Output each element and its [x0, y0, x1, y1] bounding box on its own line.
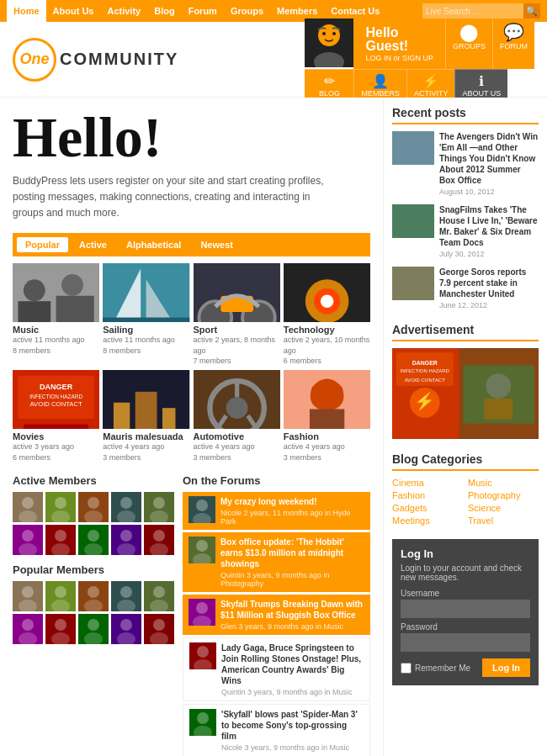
- blog-category[interactable]: Science: [468, 503, 539, 513]
- remember-me[interactable]: Remember Me: [401, 663, 470, 674]
- blog-category[interactable]: Music: [468, 478, 539, 488]
- blog-category[interactable]: Gadgets: [392, 503, 463, 513]
- forum-icon-cell[interactable]: 💬 FORUM: [492, 19, 534, 69]
- members-icon-cell[interactable]: 👤 MEMBERS: [353, 69, 406, 101]
- recent-post[interactable]: SnagFilms Takes 'The House I Live In,' '…: [392, 204, 539, 258]
- password-label: Password: [401, 622, 530, 632]
- avatar-thumb[interactable]: [78, 492, 109, 522]
- forum-post[interactable]: 'Skyfall' blows past 'Spider-Man 3' to b…: [183, 704, 370, 756]
- avatar-thumb[interactable]: [111, 581, 141, 611]
- avatar-thumb[interactable]: [111, 492, 141, 522]
- group-card[interactable]: DANGERINFECTION HAZARDAVOID CONTACTBE VI…: [13, 370, 99, 463]
- tab-alphabetical[interactable]: Alphabetical: [118, 237, 189, 252]
- svg-rect-30: [114, 403, 130, 429]
- group-card[interactable]: Sailing active 11 months ago8 members: [103, 263, 189, 367]
- password-input[interactable]: [401, 633, 530, 652]
- svg-point-21: [321, 295, 333, 308]
- forum-post[interactable]: Lady Gaga, Bruce Springsteen to Join Rol…: [183, 637, 370, 701]
- avatar-thumb[interactable]: [144, 492, 174, 522]
- forum-post[interactable]: My crazy long weekend! Nicole 2 years, 1…: [183, 492, 370, 530]
- svg-point-36: [226, 397, 247, 419]
- groups-icon-cell[interactable]: ⬤ GROUPS: [445, 19, 492, 69]
- login-footer: Remember Me Log In: [401, 658, 530, 677]
- group-card[interactable]: Automotive active 4 years ago3 members: [194, 370, 280, 463]
- logo-community-text: Community: [60, 50, 178, 69]
- tab-active[interactable]: Active: [71, 237, 115, 252]
- nav-item-blog[interactable]: Blog: [147, 0, 181, 22]
- recent-posts-section: Recent posts The Avengers Didn't Win 'Em…: [392, 106, 539, 309]
- nav-item-home[interactable]: Home: [7, 0, 46, 22]
- recent-post[interactable]: The Avengers Didn't Win 'Em All —and Oth…: [392, 131, 539, 196]
- avatar-thumb[interactable]: [45, 492, 76, 522]
- avatar-thumb[interactable]: [13, 525, 43, 555]
- avatar-thumb[interactable]: [78, 525, 109, 555]
- avatar-thumb[interactable]: [45, 581, 76, 611]
- blog-category[interactable]: Photography: [468, 490, 539, 500]
- svg-rect-119: [392, 204, 434, 238]
- svg-rect-9: [56, 296, 94, 322]
- tab-newest[interactable]: Newest: [192, 237, 242, 252]
- group-card[interactable]: Mauris malesuada active 4 years ago3 mem…: [103, 370, 189, 463]
- ad-image: DANGER INFECTION HAZARD AVOID CONTACT ⚡: [392, 348, 539, 439]
- svg-point-59: [22, 530, 34, 542]
- group-card[interactable]: Fashion active 4 years ago3 members: [284, 370, 370, 463]
- nav-item-activity[interactable]: Activity: [100, 0, 147, 22]
- svg-point-3: [322, 32, 326, 35]
- blog-category[interactable]: Fashion: [392, 490, 463, 500]
- avatar-thumb[interactable]: [144, 525, 174, 555]
- avatar-thumb[interactable]: [45, 614, 76, 644]
- blog-category[interactable]: Meetings: [392, 515, 463, 526]
- forum-post[interactable]: Box office update: 'The Hobbit' earns $1…: [183, 532, 370, 592]
- avatar-thumb[interactable]: [13, 581, 43, 611]
- hero-hello-box[interactable]: Hello Guest! LOG IN or SIGN UP: [353, 19, 445, 69]
- svg-rect-131: [484, 399, 512, 420]
- svg-point-83: [120, 586, 132, 598]
- group-card[interactable]: Sport active 2 years, 8 months ago7 memb…: [194, 263, 280, 367]
- sidebar: Recent posts The Avengers Didn't Win 'Em…: [383, 98, 547, 756]
- username-input[interactable]: [401, 600, 530, 618]
- avatar-thumb[interactable]: [13, 492, 43, 522]
- login-desc: Login to your account and check new mess…: [401, 563, 530, 582]
- login-box: Log In Login to your account and check n…: [392, 539, 539, 685]
- activity-icon-cell[interactable]: ⚡ ACTIVITY: [406, 69, 455, 101]
- svg-point-130: [486, 373, 511, 399]
- group-card[interactable]: Technology active 2 years, 10 months ago…: [284, 263, 370, 367]
- advertisement-section: Advertisement DANGER INFECTION HAZARD AV…: [392, 323, 539, 439]
- search-input[interactable]: [422, 3, 523, 19]
- nav-item-about-us[interactable]: About Us: [46, 0, 101, 22]
- avatar-thumb[interactable]: [45, 525, 76, 555]
- login-prompt[interactable]: LOG IN or SIGN UP: [365, 54, 433, 62]
- login-button[interactable]: Log In: [482, 658, 530, 677]
- svg-text:AVOID CONTACT: AVOID CONTACT: [29, 400, 82, 408]
- svg-point-68: [120, 530, 132, 542]
- recent-post[interactable]: George Soros reports 7.9 percent stake i…: [392, 267, 539, 309]
- avatar-thumb[interactable]: [78, 581, 109, 611]
- avatar-thumb[interactable]: [144, 614, 174, 644]
- svg-rect-42: [310, 409, 344, 429]
- nav-item-groups[interactable]: Groups: [224, 0, 270, 22]
- avatar-thumb[interactable]: [13, 614, 43, 644]
- avatar-thumb[interactable]: [111, 614, 141, 644]
- search-button[interactable]: 🔍: [523, 3, 540, 19]
- hello-desc: BuddyPress lets users register on your s…: [13, 173, 341, 222]
- active-members: Active Members Popular Members: [13, 474, 174, 756]
- group-card[interactable]: Music active 11 months ago8 members: [13, 263, 99, 367]
- blog-cats-grid: CinemaMusicFashionPhotographyGadgetsScie…: [392, 478, 539, 526]
- tab-popular[interactable]: Popular: [17, 237, 68, 252]
- svg-text:INFECTION HAZARD: INFECTION HAZARD: [29, 393, 82, 399]
- forums-section: On the Forums My crazy long weekend! Nic…: [183, 474, 370, 756]
- avatar-thumb[interactable]: [144, 581, 174, 611]
- blog-icon-cell[interactable]: ✏ BLOG: [305, 69, 353, 101]
- blog-category[interactable]: Cinema: [392, 478, 463, 488]
- about-icon-cell[interactable]: ℹ ABOUT US: [454, 69, 507, 101]
- svg-rect-13: [103, 318, 189, 322]
- avatar-thumb[interactable]: [111, 525, 141, 555]
- remember-checkbox[interactable]: [401, 663, 412, 674]
- hello-title: Hello!: [13, 110, 370, 165]
- avatar-thumb[interactable]: [78, 614, 109, 644]
- svg-point-77: [55, 586, 66, 598]
- hero-icons-top: ⬤ GROUPS 💬 FORUM: [445, 19, 534, 69]
- blog-category[interactable]: Travel: [468, 515, 539, 526]
- nav-item-forum[interactable]: Forum: [182, 0, 224, 22]
- forum-post[interactable]: Skyfall Trumps Breaking Dawn with $11 Mi…: [183, 595, 370, 635]
